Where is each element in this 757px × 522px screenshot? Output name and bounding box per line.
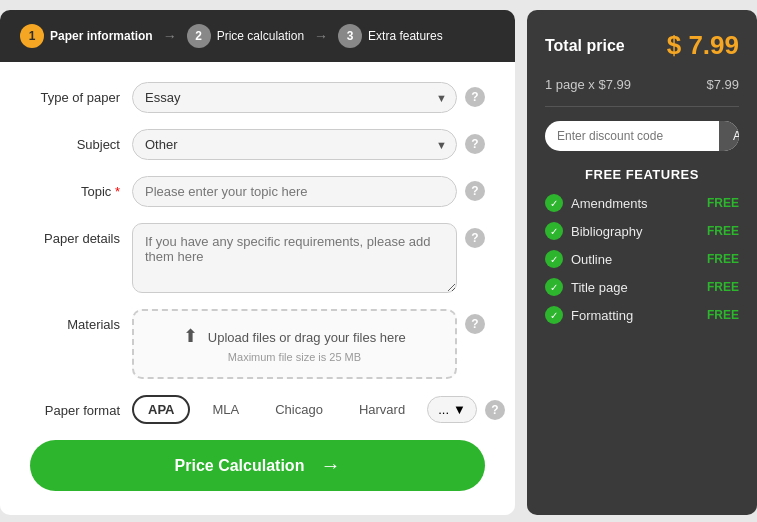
stepper: 1 Paper information → 2 Price calculatio… bbox=[0, 10, 515, 62]
topic-row: Topic * ? bbox=[30, 176, 485, 207]
title-page-free-badge: FREE bbox=[707, 280, 739, 294]
topic-help-icon[interactable]: ? bbox=[465, 181, 485, 201]
step-1-label: Paper information bbox=[50, 29, 153, 43]
format-more-arrow: ▼ bbox=[453, 402, 466, 417]
paper-details-textarea[interactable] bbox=[132, 223, 457, 293]
paper-details-control: ? bbox=[132, 223, 485, 293]
bibliography-free-badge: FREE bbox=[707, 224, 739, 238]
step-1[interactable]: 1 Paper information bbox=[20, 24, 153, 48]
subject-select[interactable]: Other Mathematics History Literature Sci… bbox=[132, 129, 457, 160]
feature-title-page: ✓ Title page FREE bbox=[545, 278, 739, 296]
discount-apply-button[interactable]: Apply bbox=[719, 121, 739, 151]
amendments-free-badge: FREE bbox=[707, 196, 739, 210]
subject-select-wrapper: Other Mathematics History Literature Sci… bbox=[132, 129, 457, 160]
bibliography-check-icon: ✓ bbox=[545, 222, 563, 240]
paper-format-control: APA MLA Chicago Harvard ... ▼ ? bbox=[132, 395, 505, 424]
formatting-free-badge: FREE bbox=[707, 308, 739, 322]
subtotal-row: 1 page x $7.99 $7.99 bbox=[545, 77, 739, 107]
upload-dropzone[interactable]: ⬆ Upload files or drag your files here M… bbox=[132, 309, 457, 379]
type-of-paper-control: Essay Research Paper Term Paper Disserta… bbox=[132, 82, 485, 113]
step-2-label: Price calculation bbox=[217, 29, 304, 43]
paper-details-help-icon[interactable]: ? bbox=[465, 228, 485, 248]
type-of-paper-help-icon[interactable]: ? bbox=[465, 87, 485, 107]
subject-help-icon[interactable]: ? bbox=[465, 134, 485, 154]
paper-format-help-icon[interactable]: ? bbox=[485, 400, 505, 420]
title-page-name: Title page bbox=[571, 280, 628, 295]
format-buttons: APA MLA Chicago Harvard ... ▼ bbox=[132, 395, 477, 424]
paper-details-row: Paper details ? bbox=[30, 223, 485, 293]
paper-format-label: Paper format bbox=[30, 395, 120, 418]
feature-amendments-left: ✓ Amendments bbox=[545, 194, 648, 212]
upload-text: ⬆ Upload files or drag your files here bbox=[148, 325, 441, 347]
feature-formatting: ✓ Formatting FREE bbox=[545, 306, 739, 324]
materials-control: ⬆ Upload files or drag your files here M… bbox=[132, 309, 485, 379]
topic-control: ? bbox=[132, 176, 485, 207]
step-3[interactable]: 3 Extra features bbox=[338, 24, 443, 48]
step-arrow-2: → bbox=[314, 28, 328, 44]
format-apa-button[interactable]: APA bbox=[132, 395, 190, 424]
paper-format-row: Paper format APA MLA Chicago Harvard ...… bbox=[30, 395, 485, 424]
feature-amendments: ✓ Amendments FREE bbox=[545, 194, 739, 212]
discount-input[interactable] bbox=[545, 121, 719, 151]
format-harvard-button[interactable]: Harvard bbox=[345, 397, 419, 422]
outline-name: Outline bbox=[571, 252, 612, 267]
feature-bibliography: ✓ Bibliography FREE bbox=[545, 222, 739, 240]
subtotal-left: 1 page x $7.99 bbox=[545, 77, 631, 92]
upload-icon: ⬆ bbox=[183, 326, 198, 346]
left-panel: 1 Paper information → 2 Price calculatio… bbox=[0, 10, 515, 515]
feature-outline: ✓ Outline FREE bbox=[545, 250, 739, 268]
step-2[interactable]: 2 Price calculation bbox=[187, 24, 304, 48]
total-label: Total price bbox=[545, 37, 625, 55]
title-page-check-icon: ✓ bbox=[545, 278, 563, 296]
subject-row: Subject Other Mathematics History Litera… bbox=[30, 129, 485, 160]
format-chicago-button[interactable]: Chicago bbox=[261, 397, 337, 422]
outline-free-badge: FREE bbox=[707, 252, 739, 266]
feature-formatting-left: ✓ Formatting bbox=[545, 306, 633, 324]
format-more-label: ... bbox=[438, 402, 449, 417]
right-panel: Total price $ 7.99 1 page x $7.99 $7.99 … bbox=[527, 10, 757, 515]
paper-details-label: Paper details bbox=[30, 223, 120, 246]
form-area: Type of paper Essay Research Paper Term … bbox=[0, 62, 515, 515]
format-more-wrap: ... ▼ bbox=[427, 396, 477, 423]
materials-help-icon[interactable]: ? bbox=[465, 314, 485, 334]
total-price-row: Total price $ 7.99 bbox=[545, 30, 739, 61]
step-1-circle: 1 bbox=[20, 24, 44, 48]
price-calculation-button[interactable]: Price Calculation → bbox=[30, 440, 485, 491]
type-of-paper-select[interactable]: Essay Research Paper Term Paper Disserta… bbox=[132, 82, 457, 113]
format-more-button[interactable]: ... ▼ bbox=[427, 396, 477, 423]
features-list: ✓ Amendments FREE ✓ Bibliography FREE ✓ … bbox=[545, 194, 739, 324]
subject-control: Other Mathematics History Literature Sci… bbox=[132, 129, 485, 160]
topic-input[interactable] bbox=[132, 176, 457, 207]
topic-label: Topic * bbox=[30, 176, 120, 199]
subject-label: Subject bbox=[30, 129, 120, 152]
feature-outline-left: ✓ Outline bbox=[545, 250, 612, 268]
formatting-name: Formatting bbox=[571, 308, 633, 323]
free-features-title: FREE FEATURES bbox=[545, 167, 739, 182]
step-arrow-1: → bbox=[163, 28, 177, 44]
materials-label: Materials bbox=[30, 309, 120, 332]
discount-row: Apply bbox=[545, 121, 739, 151]
amendments-check-icon: ✓ bbox=[545, 194, 563, 212]
feature-bibliography-left: ✓ Bibliography bbox=[545, 222, 643, 240]
price-calc-arrow-icon: → bbox=[320, 454, 340, 477]
type-of-paper-select-wrapper: Essay Research Paper Term Paper Disserta… bbox=[132, 82, 457, 113]
step-3-circle: 3 bbox=[338, 24, 362, 48]
upload-subtext: Maximum file size is 25 MB bbox=[148, 351, 441, 363]
topic-required-marker: * bbox=[111, 184, 120, 199]
step-2-circle: 2 bbox=[187, 24, 211, 48]
step-3-label: Extra features bbox=[368, 29, 443, 43]
format-mla-button[interactable]: MLA bbox=[198, 397, 253, 422]
total-value: $ 7.99 bbox=[667, 30, 739, 61]
outline-check-icon: ✓ bbox=[545, 250, 563, 268]
subtotal-right: $7.99 bbox=[706, 77, 739, 92]
bibliography-name: Bibliography bbox=[571, 224, 643, 239]
formatting-check-icon: ✓ bbox=[545, 306, 563, 324]
type-of-paper-label: Type of paper bbox=[30, 82, 120, 105]
materials-row: Materials ⬆ Upload files or drag your fi… bbox=[30, 309, 485, 379]
type-of-paper-row: Type of paper Essay Research Paper Term … bbox=[30, 82, 485, 113]
feature-title-page-left: ✓ Title page bbox=[545, 278, 628, 296]
price-calc-label: Price Calculation bbox=[175, 457, 305, 475]
amendments-name: Amendments bbox=[571, 196, 648, 211]
